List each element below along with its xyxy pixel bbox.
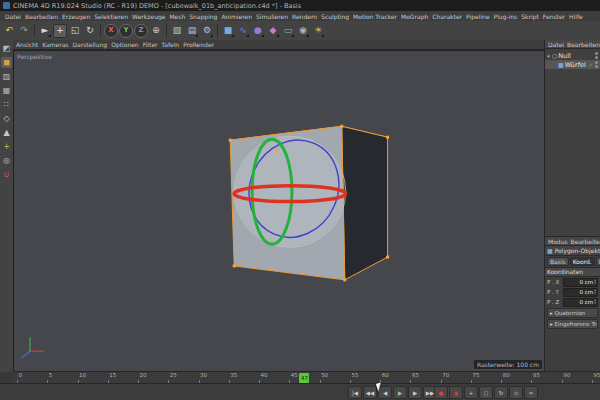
workplane-mode-button[interactable]: ▦ — [1, 85, 12, 96]
current-frame-marker[interactable]: 47 — [299, 373, 309, 383]
coordinate-system-button[interactable]: ⊕ — [149, 24, 163, 38]
menu-animieren[interactable]: Animieren — [219, 13, 254, 20]
record-rotation-button[interactable]: ↻ — [494, 386, 508, 399]
visibility-dot[interactable] — [595, 65, 598, 68]
stepper-arrows[interactable]: ▴▾ — [594, 299, 596, 306]
am-menu-bearbeiten[interactable]: Bearbeiten — [571, 238, 600, 245]
add-deformer-button[interactable]: ◆ — [266, 24, 280, 38]
add-subdivision-surface-button[interactable]: ● — [251, 24, 265, 38]
rotate-tool-button[interactable]: ↻ — [83, 24, 97, 38]
menu-datei[interactable]: Datei — [3, 13, 23, 20]
undo-button[interactable]: ↶ — [2, 24, 16, 38]
viewport-menu-tafeln[interactable]: Tafeln — [162, 41, 180, 48]
quaternion-section[interactable]: ▸ Quaternion — [547, 308, 598, 318]
render-view-button[interactable]: ▧ — [170, 24, 184, 38]
live-selection-button[interactable]: ► — [38, 24, 52, 38]
texture-mode-button[interactable]: ▨ — [1, 71, 12, 82]
tab-phong[interactable]: Phong — [596, 257, 600, 266]
expander-icon[interactable]: ▾ — [546, 53, 551, 59]
p-z-field[interactable]: 0 cm▴▾ — [563, 298, 598, 307]
enable-axis-button[interactable]: + — [1, 141, 12, 152]
render-picture-viewer-button[interactable]: ▤ — [185, 24, 199, 38]
cube-right-face[interactable] — [342, 126, 388, 280]
menu-selektieren[interactable]: Selektieren — [92, 13, 130, 20]
menu-werkzeuge[interactable]: Werkzeuge — [130, 13, 167, 20]
autokeying-button[interactable]: ◉ — [449, 386, 463, 399]
record-keyframe-button[interactable]: ● — [434, 386, 448, 399]
menu-rendern[interactable]: Rendern — [290, 13, 319, 20]
viewport-menu-darstellung[interactable]: Darstellung — [72, 41, 107, 48]
menu-snapping[interactable]: Snapping — [187, 13, 219, 20]
x-axis-lock-button[interactable]: X — [104, 24, 118, 38]
object-row-null[interactable]: ▾○Null — [545, 51, 600, 60]
points-mode-button[interactable]: ∷ — [1, 99, 12, 110]
viewport-solo-button[interactable]: ◎ — [1, 155, 12, 166]
add-floor-button[interactable]: ▭ — [281, 24, 295, 38]
menu-skript[interactable]: Skript — [519, 13, 541, 20]
add-spline-button[interactable]: ∿ — [236, 24, 250, 38]
menu-mesh[interactable]: Mesh — [167, 13, 187, 20]
record-pla-button[interactable]: ≈ — [524, 386, 538, 399]
move-tool-button[interactable]: + — [53, 24, 67, 38]
p-y-field[interactable]: 0 cm▴▾ — [563, 288, 598, 297]
viewport-menu-optionen[interactable]: Optionen — [111, 41, 139, 48]
menu-erzeugen[interactable]: Erzeugen — [60, 13, 92, 20]
play-button[interactable]: ▶ — [393, 386, 407, 399]
stepper-arrows[interactable]: ▴▾ — [594, 279, 596, 286]
viewport[interactable]: Perspektive — [13, 50, 545, 372]
menu-bearbeiten[interactable]: Bearbeiten — [23, 13, 60, 20]
am-menu-modus[interactable]: Modus — [548, 238, 568, 245]
tab-koord[interactable]: Koord. — [570, 257, 595, 266]
polygons-mode-button[interactable]: ▲ — [1, 127, 12, 138]
om-menu-datei[interactable]: Datei — [548, 41, 564, 48]
menu-motion-tracker[interactable]: Motion Tracker — [351, 13, 399, 20]
object-manager[interactable]: ▾○Null■Würfel✓ — [545, 49, 600, 237]
y-axis-lock-button[interactable]: Y — [119, 24, 133, 38]
visibility-toggles[interactable] — [595, 61, 598, 68]
record-scale-button[interactable]: ◻ — [479, 386, 493, 399]
visibility-dot[interactable] — [595, 61, 598, 64]
menu-sculpting[interactable]: Sculpting — [319, 13, 351, 20]
next-frame-button[interactable]: ▶ — [408, 386, 422, 399]
record-position-button[interactable]: + — [464, 386, 478, 399]
object-row-w-rfel[interactable]: ■Würfel✓ — [545, 60, 600, 69]
edges-mode-button[interactable]: ◇ — [1, 113, 12, 124]
visibility-dot[interactable] — [595, 52, 598, 55]
viewport-canvas[interactable] — [14, 51, 544, 371]
add-cube-button[interactable]: ■ — [221, 24, 235, 38]
scale-tool-button[interactable]: ◱ — [68, 24, 82, 38]
stepper-down-icon[interactable]: ▾ — [594, 282, 596, 286]
visibility-dot[interactable] — [595, 56, 598, 59]
add-camera-button[interactable]: ◉ — [296, 24, 310, 38]
previous-key-button[interactable]: ◀◀ — [363, 386, 377, 399]
stepper-down-icon[interactable]: ▾ — [594, 292, 596, 296]
render-settings-button[interactable]: ⚙ — [200, 24, 214, 38]
viewport-menu-filter[interactable]: Filter — [143, 41, 158, 48]
viewport-menu-prorender[interactable]: ProRender — [183, 41, 214, 48]
om-menu-bearbeiten[interactable]: Bearbeiten — [567, 41, 600, 48]
stepper-down-icon[interactable]: ▾ — [594, 302, 596, 306]
menu-plug-ins[interactable]: Plug-ins — [492, 13, 520, 20]
tab-basis[interactable]: Basis — [547, 257, 569, 266]
menu-mograph[interactable]: MoGraph — [399, 13, 430, 20]
menu-pipeline[interactable]: Pipeline — [464, 13, 491, 20]
add-light-button[interactable]: ☀ — [311, 24, 325, 38]
menu-fenster[interactable]: Fenster — [541, 13, 567, 20]
viewport-menu-kameras[interactable]: Kameras — [42, 41, 68, 48]
enabled-state-icon[interactable]: ✓ — [588, 62, 593, 68]
coordinates-section-header[interactable]: Koordinaten — [545, 268, 600, 277]
menu-simulieren[interactable]: Simulieren — [254, 13, 290, 20]
record-parameter-button[interactable]: ◇ — [509, 386, 523, 399]
model-mode-button[interactable]: ◼ — [1, 57, 12, 68]
redo-button[interactable]: ↷ — [17, 24, 31, 38]
z-axis-lock-button[interactable]: Z — [134, 24, 148, 38]
menu-charakter[interactable]: Charakter — [430, 13, 464, 20]
goto-start-button[interactable]: |◀ — [348, 386, 362, 399]
viewport-menu-ansicht[interactable]: Ansicht — [16, 41, 38, 48]
frozen-transformation-section[interactable]: ▸ Eingefrorene Transf. — [547, 319, 598, 329]
visibility-toggles[interactable] — [595, 52, 598, 59]
stepper-arrows[interactable]: ▴▾ — [594, 289, 596, 296]
p-x-field[interactable]: 0 cm▴▾ — [563, 278, 598, 287]
make-editable-button[interactable]: ◩ — [1, 43, 12, 54]
menu-hilfe[interactable]: Hilfe — [567, 13, 585, 20]
